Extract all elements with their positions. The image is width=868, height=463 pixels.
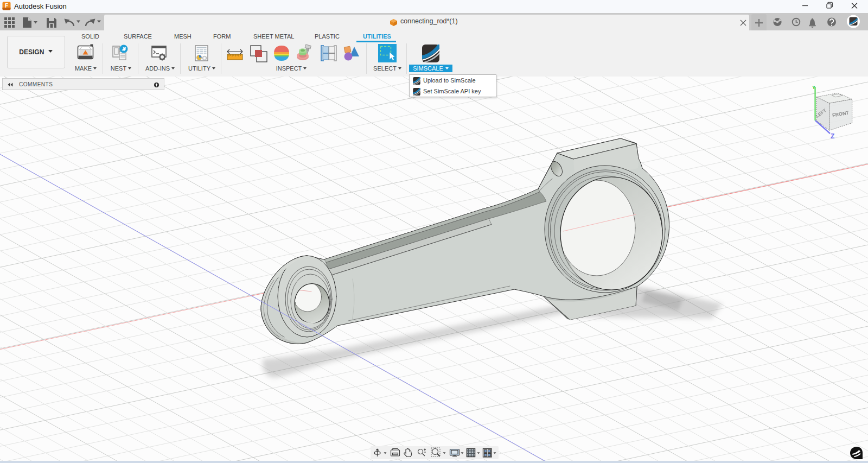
svg-text:Z: Z <box>831 132 834 140</box>
svg-text:F: F <box>5 3 8 9</box>
svg-text:Y: Y <box>812 85 815 90</box>
